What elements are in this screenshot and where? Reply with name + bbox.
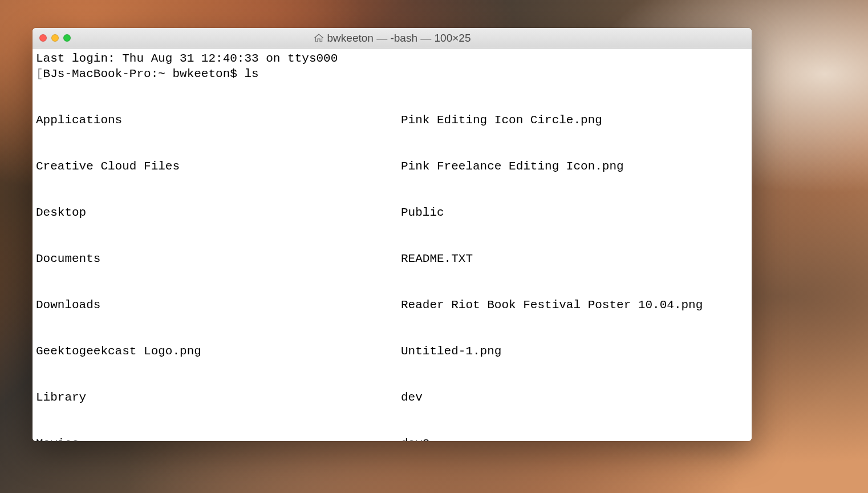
ls-item: Applications xyxy=(36,112,401,128)
ls-item: Downloads xyxy=(36,297,401,313)
ls-item: README.TXT xyxy=(401,251,748,266)
terminal-window: bwkeeton — -bash — 100×25 Last login: Th… xyxy=(33,28,752,441)
ls-item: Pink Editing Icon Circle.png xyxy=(401,112,748,128)
prompt-bracket: [ xyxy=(36,67,43,80)
close-button[interactable] xyxy=(39,34,47,42)
terminal-content[interactable]: Last login: Thu Aug 31 12:40:33 on ttys0… xyxy=(33,49,752,441)
last-login-line: Last login: Thu Aug 31 12:40:33 on ttys0… xyxy=(36,51,748,66)
ls-item: Public xyxy=(401,205,748,220)
ls-column-2: Pink Editing Icon Circle.png Pink Freela… xyxy=(401,82,748,441)
window-title-text: bwkeeton — -bash — 100×25 xyxy=(327,32,471,45)
ls-item: Documents xyxy=(36,251,401,266)
prompt-line-1: [BJs-MacBook-Pro:~ bwkeeton$ ls xyxy=(36,66,748,82)
ls-item: Pink Freelance Editing Icon.png xyxy=(401,159,748,174)
ls-item: Library xyxy=(36,390,401,405)
ls-item: Untitled-1.png xyxy=(401,344,748,359)
ls-item: Desktop xyxy=(36,205,401,220)
window-title: bwkeeton — -bash — 100×25 xyxy=(314,32,471,45)
ls-item: Geektogeekcast Logo.png xyxy=(36,344,401,359)
home-icon xyxy=(314,33,324,43)
ls-item: Creative Cloud Files xyxy=(36,159,401,174)
prompt-1: BJs-MacBook-Pro:~ bwkeeton$ xyxy=(43,67,245,80)
command-ls: ls xyxy=(244,67,258,80)
traffic-lights xyxy=(39,34,71,42)
ls-item: dev xyxy=(401,390,748,405)
ls-output: Applications Creative Cloud Files Deskto… xyxy=(36,82,748,441)
ls-item: Movies xyxy=(36,436,401,441)
ls-column-1: Applications Creative Cloud Files Deskto… xyxy=(36,82,401,441)
ls-item: Reader Riot Book Festival Poster 10.04.p… xyxy=(401,297,748,313)
minimize-button[interactable] xyxy=(51,34,59,42)
maximize-button[interactable] xyxy=(63,34,71,42)
ls-item: dev2 xyxy=(401,436,748,441)
titlebar[interactable]: bwkeeton — -bash — 100×25 xyxy=(33,28,752,49)
